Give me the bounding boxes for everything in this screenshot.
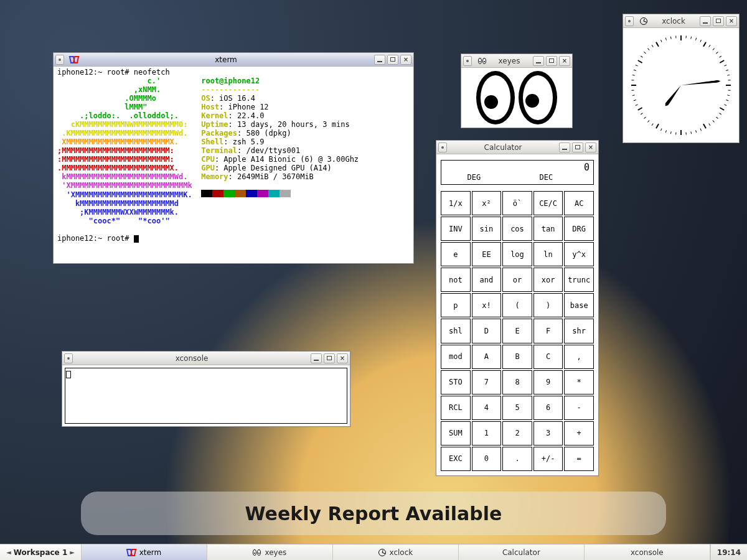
calc-key-1x[interactable]: 1/x [441, 191, 471, 215]
calc-key-a[interactable]: A [472, 345, 502, 369]
window-menu-button[interactable] [463, 56, 472, 66]
calc-key-4[interactable]: 4 [472, 396, 502, 420]
xterm-window[interactable]: xterm × iphone12:~ root# neofetch c.' ro… [53, 52, 414, 264]
task-calculator[interactable]: Calculator [459, 544, 585, 560]
close-button[interactable]: × [400, 55, 411, 65]
xeyes-icon [253, 549, 261, 556]
calc-key-2[interactable]: 2 [502, 421, 532, 446]
calc-key-sin[interactable]: sin [472, 217, 502, 241]
task-xconsole[interactable]: xconsole [585, 544, 710, 560]
calc-key-x[interactable]: x² [472, 191, 502, 215]
calc-key-sto[interactable]: STO [441, 370, 471, 394]
calc-key-ee[interactable]: EE [472, 242, 502, 266]
calc-key-tan[interactable]: tan [533, 217, 563, 241]
calc-key-log[interactable]: log [502, 242, 532, 266]
minimize-button[interactable] [700, 16, 711, 26]
calculator-window[interactable]: Calculator × 0 DEG DEC 1/xx²ö`CE/CACINVs… [436, 140, 599, 476]
calc-key-[interactable]: + [564, 421, 594, 446]
workspace-prev-icon[interactable]: ◄ [4, 549, 14, 556]
window-menu-button[interactable] [64, 353, 73, 363]
window-menu-button[interactable] [625, 16, 634, 26]
calc-key-7[interactable]: 7 [472, 370, 502, 394]
xeyes-titlebar[interactable]: xeyes × [461, 54, 572, 68]
workspace-switcher[interactable]: ◄ Workspace 1 ► [0, 544, 82, 560]
calc-key-5[interactable]: 5 [502, 396, 532, 420]
calc-key-cec[interactable]: CE/C [533, 191, 563, 215]
calc-key-trunc[interactable]: trunc [564, 268, 594, 292]
calc-key-p[interactable]: p [441, 293, 471, 317]
calc-key-1[interactable]: 1 [472, 421, 502, 446]
maximize-button[interactable] [546, 56, 557, 66]
calc-key-xor[interactable]: xor [533, 268, 563, 292]
calc-key-8[interactable]: 8 [502, 370, 532, 394]
task-xeyes[interactable]: xeyes [207, 544, 333, 560]
calc-key-or[interactable]: or [502, 268, 532, 292]
xconsole-titlebar[interactable]: xconsole × [62, 352, 350, 365]
calc-key-x[interactable]: x! [472, 293, 502, 317]
calc-key-cos[interactable]: cos [502, 217, 532, 241]
calc-key-and[interactable]: and [472, 268, 502, 292]
calc-key-[interactable]: +/- [533, 447, 563, 471]
terminal-output[interactable]: iphone12:~ root# neofetch c.' root@iphon… [54, 67, 413, 263]
calc-key-b[interactable]: B [502, 345, 532, 369]
xterm-titlebar[interactable]: xterm × [54, 53, 413, 67]
calc-key-rcl[interactable]: RCL [441, 396, 471, 420]
maximize-button[interactable] [572, 142, 583, 152]
xeyes-icon [476, 58, 487, 64]
minimize-button[interactable] [374, 55, 385, 65]
xconsole-window[interactable]: xconsole × [62, 351, 350, 427]
minimize-button[interactable] [533, 56, 544, 66]
task-xclock[interactable]: xclock [333, 544, 459, 560]
close-button[interactable]: × [337, 353, 348, 363]
maximize-button[interactable] [713, 16, 724, 26]
calc-key-sum[interactable]: SUM [441, 421, 471, 446]
calc-key-inv[interactable]: INV [441, 217, 471, 241]
calc-key-base[interactable]: base [564, 293, 594, 317]
task-xterm[interactable]: xterm [82, 544, 207, 560]
calc-key-[interactable]: = [564, 447, 594, 471]
calc-key-0[interactable]: 0 [472, 447, 502, 471]
close-button[interactable]: × [585, 142, 596, 152]
calc-key-yx[interactable]: y^x [564, 242, 594, 266]
calc-key-9[interactable]: 9 [533, 370, 563, 394]
maximize-button[interactable] [324, 353, 335, 363]
minimize-button[interactable] [559, 142, 570, 152]
calc-key-e[interactable]: E [502, 319, 532, 343]
calc-key-exc[interactable]: EXC [441, 447, 471, 471]
workspace-label: Workspace 1 [14, 548, 68, 557]
calc-key-[interactable]: ) [533, 293, 563, 317]
calc-key-6[interactable]: 6 [533, 396, 563, 420]
calc-key-ln[interactable]: ln [533, 242, 563, 266]
calc-key-not[interactable]: not [441, 268, 471, 292]
notification-banner[interactable]: Weekly Report Available [81, 492, 666, 535]
calc-key-shr[interactable]: shr [564, 319, 594, 343]
calc-key-3[interactable]: 3 [533, 421, 563, 446]
calculator-titlebar[interactable]: Calculator × [436, 141, 598, 154]
xconsole-textbox[interactable] [65, 368, 347, 424]
minimize-button[interactable] [311, 353, 322, 363]
maximize-button[interactable] [387, 55, 398, 65]
xeyes-window[interactable]: xeyes × [461, 54, 573, 128]
close-button[interactable]: × [726, 16, 737, 26]
window-menu-button[interactable] [55, 55, 64, 65]
calc-key-d[interactable]: D [472, 319, 502, 343]
calc-key-[interactable]: ö` [502, 191, 532, 215]
calc-key-[interactable]: , [564, 345, 594, 369]
calc-key-[interactable]: * [564, 370, 594, 394]
calc-key-mod[interactable]: mod [441, 345, 471, 369]
calc-key-e[interactable]: e [441, 242, 471, 266]
xclock-titlebar[interactable]: xclock × [623, 14, 739, 28]
calc-key-[interactable]: - [564, 396, 594, 420]
calc-key-drg[interactable]: DRG [564, 217, 594, 241]
calc-key-f[interactable]: F [533, 319, 563, 343]
workspace-next-icon[interactable]: ► [67, 549, 77, 556]
xclock-window[interactable]: xclock × [622, 14, 740, 143]
window-menu-button[interactable] [438, 142, 447, 152]
calc-key-[interactable]: . [502, 447, 532, 471]
calc-key-shl[interactable]: shl [441, 319, 471, 343]
calc-key-[interactable]: ( [502, 293, 532, 317]
taskbar-clock[interactable]: 19:14 [710, 544, 747, 560]
calc-key-ac[interactable]: AC [564, 191, 594, 215]
close-button[interactable]: × [559, 56, 570, 66]
calc-key-c[interactable]: C [533, 345, 563, 369]
